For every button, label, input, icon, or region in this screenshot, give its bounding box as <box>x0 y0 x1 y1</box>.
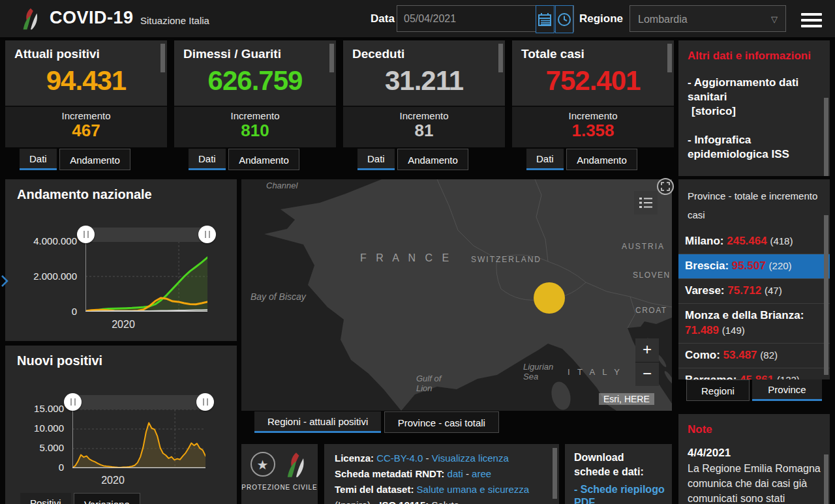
link-infografica-iss[interactable]: - Infografica epidemiologica ISS <box>688 133 818 162</box>
card-title: Attuali positivi <box>5 40 167 61</box>
calendar-button[interactable] <box>536 5 554 33</box>
link-visualizza-licenza[interactable]: Visualizza licenza <box>432 452 509 464</box>
altri-dati-panel: Altri dati e informazioni - Aggiornament… <box>678 40 830 176</box>
tab-andamento[interactable]: Andamento <box>228 149 299 170</box>
tab-dati[interactable]: Dati <box>357 149 395 170</box>
tab-andamento[interactable]: Andamento <box>397 149 468 170</box>
scrollbar[interactable] <box>667 44 672 72</box>
card-tabs: Dati Andamento <box>189 149 299 170</box>
increment-label: Incremento <box>343 110 505 121</box>
download-title: Download schede e dati: <box>574 451 659 480</box>
map-label-gulf-of-lion: Gulf ofLion <box>416 354 441 411</box>
card-tabs: Dati Andamento <box>357 149 468 170</box>
link-aree[interactable]: aree <box>472 468 491 479</box>
slider-handle-right[interactable] <box>196 393 214 411</box>
province-row-como[interactable]: Como: 53.487 (82) <box>678 344 830 368</box>
province-row-milano[interactable]: Milano: 245.464 (418) <box>678 230 830 254</box>
tab-province-casi-totali[interactable]: Province - casi totali <box>384 411 499 433</box>
chart-title: Andamento nazionale <box>5 179 237 202</box>
zoom-out-button[interactable]: − <box>635 363 659 386</box>
map-tabs: Regioni - attuali positivi Province - ca… <box>254 411 499 433</box>
time-range-slider[interactable] <box>72 395 205 409</box>
map[interactable]: Channel F R A N C E SWITZERLAND AUSTRIA … <box>241 179 672 411</box>
menu-button[interactable] <box>801 10 822 31</box>
scrollbar[interactable] <box>824 454 828 504</box>
tab-dati[interactable]: Dati <box>526 149 564 170</box>
tab-andamento[interactable]: Andamento <box>59 149 130 170</box>
province-row-monza[interactable]: Monza e della Brianza: 71.489 (149) <box>678 304 830 344</box>
slider-handle-right[interactable] <box>198 226 216 243</box>
link-pdf[interactable]: PDF <box>574 497 672 504</box>
tab-regioni[interactable]: Regioni <box>686 379 750 401</box>
card-increment: Incremento 467 <box>5 106 167 147</box>
increment-label: Incremento <box>512 110 674 121</box>
legend-button[interactable] <box>634 191 658 215</box>
card-title: Dimessi / Guariti <box>174 40 336 61</box>
tab-regioni-attuali-positivi[interactable]: Regioni - attuali positivi <box>254 411 381 433</box>
protezione-civile-logo-icon <box>18 6 43 32</box>
map-label-italy: I T A L Y <box>568 367 622 377</box>
expand-left-panel-icon[interactable] <box>0 274 9 288</box>
link-cc-by[interactable]: CC-BY-4.0 <box>376 452 423 464</box>
card-deceduti: Deceduti 31.211 Incremento 81 <box>343 40 505 147</box>
fullscreen-button[interactable] <box>657 178 674 195</box>
increment-value: 1.358 <box>512 121 674 140</box>
map-zoom-controls: + − <box>635 338 659 386</box>
scrollbar[interactable] <box>553 448 557 499</box>
scrollbar[interactable] <box>498 44 503 72</box>
app-header: COVID-19 Situazione Italia Data <box>0 0 835 37</box>
slider-handle-left[interactable] <box>64 393 82 411</box>
app-subtitle: Situazione Italia <box>140 15 209 26</box>
slider-handle-left[interactable] <box>77 226 95 243</box>
license-panel: Licenza: CC-BY-4.0 - Visualizza licenza … <box>324 444 559 504</box>
covid19-dashboard: COVID-19 Situazione Italia Data <box>0 0 835 504</box>
note-title: Note <box>688 423 821 436</box>
increment-value: 810 <box>174 121 336 140</box>
scrollbar[interactable] <box>824 98 828 176</box>
tab-dati[interactable]: Dati <box>189 149 226 170</box>
province-row-varese[interactable]: Varese: 75.712 (47) <box>678 279 830 304</box>
province-row-brescia[interactable]: Brescia: 95.507 (220) <box>678 254 830 279</box>
scrollbar[interactable] <box>824 215 828 375</box>
zoom-in-button[interactable]: + <box>635 338 659 363</box>
tab-variazione[interactable]: Variazione <box>74 493 140 504</box>
tab-positivi[interactable]: Positivi <box>20 493 71 504</box>
province-row-bergamo[interactable]: Bergamo: 45.861 (122) <box>678 368 830 379</box>
y-tick: 5.000 <box>0 442 64 453</box>
scrollbar[interactable] <box>329 44 334 72</box>
increment-label: Incremento <box>5 110 167 121</box>
link-schede-riepilogo[interactable]: - Schede riepilogo <box>574 482 672 497</box>
date-input[interactable] <box>397 6 536 31</box>
link-aggiornamento-dati[interactable]: - Aggiornamento dati sanitari <box>688 76 812 104</box>
link-storico[interactable]: [storico] <box>691 104 821 119</box>
chevron-down-icon: ▽ <box>771 6 778 33</box>
nuovi-positivi-chart[interactable] <box>72 406 205 468</box>
tab-andamento[interactable]: Andamento <box>566 149 637 170</box>
card-value: 626.759 <box>174 65 336 96</box>
time-range-slider[interactable] <box>85 228 207 242</box>
link-salute-umana[interactable]: Salute umana e sicurezza <box>417 484 530 495</box>
andamento-nazionale-chart[interactable] <box>85 241 207 312</box>
link-dati[interactable]: dati <box>448 468 463 479</box>
y-tick: 2.000.000 <box>8 271 77 282</box>
increment-value: 81 <box>343 121 505 140</box>
protezione-civile-logo-icon <box>282 449 311 481</box>
y-tick: 10.000 <box>0 422 64 434</box>
region-bubble-lombardia[interactable] <box>534 282 565 314</box>
y-tick: 0 <box>0 462 64 473</box>
tab-province[interactable]: Province <box>752 379 821 401</box>
license-line-3: Temi del dataset: Salute umana e sicurez… <box>335 482 556 497</box>
card-increment: Incremento 1.358 <box>512 106 674 147</box>
date-label: Data <box>371 12 395 25</box>
tab-dati[interactable]: Dati <box>20 149 57 170</box>
time-button[interactable] <box>555 5 574 33</box>
date-control <box>397 5 574 32</box>
increment-label: Incremento <box>174 110 336 121</box>
y-tick: 15.000 <box>0 403 64 414</box>
map-label-austria: AUSTRIA <box>622 242 665 251</box>
region-select[interactable]: Lombardia ▽ <box>630 5 786 32</box>
map-label-croatia: CROAT <box>635 306 667 315</box>
scrollbar[interactable] <box>160 44 165 72</box>
card-dimessi-guariti: Dimessi / Guariti 626.759 Incremento 810 <box>174 40 336 147</box>
region-province-tabs: Regioni Province <box>686 379 822 401</box>
